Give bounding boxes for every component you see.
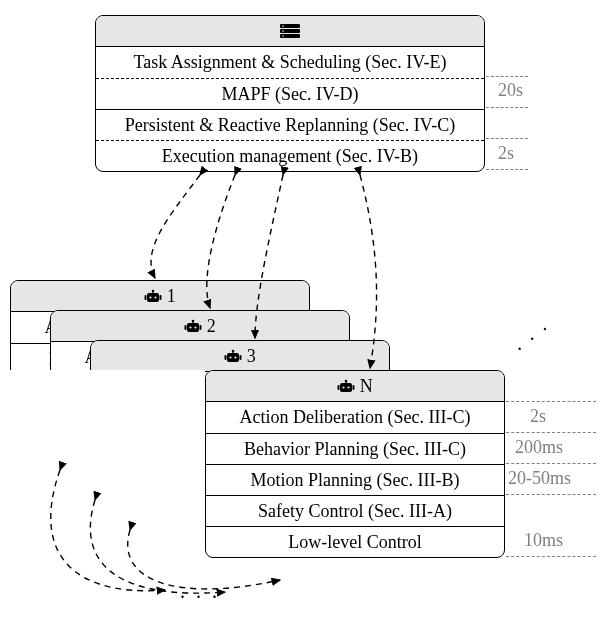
server-timing-lower: 2s xyxy=(498,143,514,164)
robot-timing-r4: 10ms xyxy=(524,530,563,551)
robot-label-2: 2 xyxy=(207,316,216,336)
server-row-replanning: Persistent & Reactive Replanning (Sec. I… xyxy=(96,109,484,140)
svg-point-3 xyxy=(282,25,284,27)
ellipsis-bottom: . . . xyxy=(180,580,220,603)
robot-timing-r1: 200ms xyxy=(515,437,563,458)
svg-rect-16 xyxy=(185,325,187,330)
robotn-row-action-deliberation: Action Deliberation (Sec. III-C) xyxy=(206,402,504,433)
robot-label-3: 3 xyxy=(247,346,256,366)
robot-header-2: 2 xyxy=(51,311,349,342)
server-timing-line-upper-bottom xyxy=(486,107,528,108)
svg-rect-9 xyxy=(145,295,147,300)
robot-timing-line-0 xyxy=(506,401,596,402)
svg-rect-23 xyxy=(225,355,227,360)
robotn-row-motion-planning: Motion Planning (Sec. III-B) xyxy=(206,464,504,495)
robot-icon xyxy=(184,316,202,336)
server-row-task-assignment: Task Assignment & Scheduling (Sec. IV-E) xyxy=(96,47,484,78)
lhs-clip-strip xyxy=(0,370,205,570)
svg-point-26 xyxy=(235,356,237,358)
server-timing-line-upper-top xyxy=(486,76,528,77)
svg-rect-27 xyxy=(340,383,352,392)
svg-rect-10 xyxy=(160,295,162,300)
svg-rect-13 xyxy=(187,323,199,332)
svg-point-12 xyxy=(155,296,157,298)
robot-box-n: N Action Deliberation (Sec. III-C) Behav… xyxy=(205,370,505,558)
svg-rect-20 xyxy=(227,353,239,362)
robot-header-3: 3 xyxy=(91,341,389,372)
server-icon xyxy=(279,21,301,41)
svg-rect-17 xyxy=(200,325,202,330)
svg-rect-29 xyxy=(346,381,347,384)
robot-timing-line-4 xyxy=(506,556,596,557)
svg-rect-8 xyxy=(153,291,154,294)
robot-timing-line-2 xyxy=(506,463,596,464)
svg-point-18 xyxy=(190,326,192,328)
svg-point-19 xyxy=(195,326,197,328)
svg-point-11 xyxy=(150,296,152,298)
robot-icon xyxy=(224,346,242,366)
server-row-mapf: MAPF (Sec. IV-D) xyxy=(96,78,484,109)
svg-point-4 xyxy=(282,30,284,32)
robotn-row-low-level-control: Low-level Control xyxy=(206,526,504,557)
svg-rect-31 xyxy=(353,385,355,390)
robot-label-n: N xyxy=(360,376,373,396)
svg-rect-22 xyxy=(233,351,234,354)
server-box: Task Assignment & Scheduling (Sec. IV-E)… xyxy=(95,15,485,172)
svg-point-32 xyxy=(343,386,345,388)
robot-header-1: 1 xyxy=(11,281,309,312)
robot-timing-line-1 xyxy=(506,432,596,433)
robot-header-n: N xyxy=(206,371,504,402)
robot-icon xyxy=(337,376,355,396)
robot-timing-r2: 20-50ms xyxy=(508,468,571,489)
ellipsis-top-right: . . . xyxy=(507,312,553,355)
svg-rect-30 xyxy=(338,385,340,390)
robot-icon xyxy=(144,286,162,306)
diagram-stage: Task Assignment & Scheduling (Sec. IV-E)… xyxy=(0,0,604,620)
server-row-exec-mgmt: Execution management (Sec. IV-B) xyxy=(96,140,484,171)
robot-timing-line-3 xyxy=(506,494,596,495)
svg-rect-6 xyxy=(147,293,159,302)
robot-timing-r0: 2s xyxy=(530,406,546,427)
svg-point-5 xyxy=(282,35,284,37)
server-timing-line-lower-bottom xyxy=(486,169,528,170)
svg-point-33 xyxy=(348,386,350,388)
server-timing-line-lower-top xyxy=(486,138,528,139)
server-header xyxy=(96,16,484,47)
robot-label-1: 1 xyxy=(167,286,176,306)
arrow-server-to-r1 xyxy=(151,175,200,278)
server-timing-upper: 20s xyxy=(498,80,523,101)
svg-rect-15 xyxy=(193,321,194,324)
svg-point-25 xyxy=(230,356,232,358)
robotn-row-safety-control: Safety Control (Sec. III-A) xyxy=(206,495,504,526)
svg-rect-24 xyxy=(240,355,242,360)
robotn-row-behavior-planning: Behavior Planning (Sec. III-C) xyxy=(206,433,504,464)
